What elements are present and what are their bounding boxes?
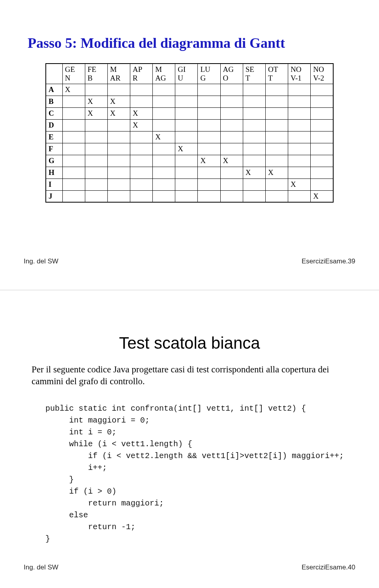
gantt-cell bbox=[85, 190, 107, 202]
gantt-cell bbox=[198, 107, 220, 119]
gantt-cell bbox=[130, 178, 152, 190]
gantt-cell bbox=[198, 178, 220, 190]
gantt-cell bbox=[62, 167, 85, 178]
gantt-cell bbox=[243, 131, 265, 143]
gantt-cell bbox=[107, 84, 130, 96]
gantt-cell bbox=[175, 190, 198, 202]
gantt-cell bbox=[107, 131, 130, 143]
slide-2-footer: Ing. del SW EserciziEsame.40 bbox=[24, 564, 355, 571]
gantt-cell bbox=[62, 107, 85, 119]
gantt-cell bbox=[243, 155, 265, 167]
gantt-cell bbox=[85, 131, 107, 143]
gantt-column-header: FEB bbox=[85, 64, 107, 84]
gantt-cell bbox=[198, 167, 220, 178]
gantt-column-header: LUG bbox=[198, 64, 220, 84]
gantt-cell bbox=[85, 143, 107, 155]
gantt-cell: X bbox=[107, 96, 130, 107]
gantt-cell bbox=[107, 155, 130, 167]
gantt-cell bbox=[265, 96, 288, 107]
table-row: CXXX bbox=[46, 107, 333, 119]
gantt-cell: X bbox=[62, 84, 85, 96]
table-row: BXX bbox=[46, 96, 333, 107]
gantt-cell bbox=[62, 96, 85, 107]
gantt-cell bbox=[288, 107, 311, 119]
gantt-cell bbox=[265, 84, 288, 96]
gantt-cell: X bbox=[220, 155, 243, 167]
gantt-cell bbox=[85, 167, 107, 178]
gantt-cell bbox=[153, 167, 175, 178]
gantt-cell bbox=[130, 84, 152, 96]
gantt-cell bbox=[311, 84, 333, 96]
gantt-row-label: F bbox=[46, 143, 62, 155]
gantt-cell bbox=[265, 107, 288, 119]
gantt-body: AXBXXCXXXDXEXFXGXXHXXIXJX bbox=[46, 84, 333, 202]
gantt-cell: X bbox=[288, 178, 311, 190]
gantt-column-header: SET bbox=[243, 64, 265, 84]
gantt-header-row: GENFEBMARAPRMAGGIULUGAGOSETOTTNOV-1NOV-2 bbox=[46, 64, 333, 84]
gantt-column-header: GIU bbox=[175, 64, 198, 84]
gantt-column-header: GEN bbox=[62, 64, 85, 84]
gantt-row-label: H bbox=[46, 167, 62, 178]
gantt-cell: X bbox=[175, 143, 198, 155]
gantt-cell bbox=[130, 167, 152, 178]
footer-left: Ing. del SW bbox=[24, 257, 58, 265]
gantt-cell bbox=[243, 119, 265, 131]
gantt-cell bbox=[220, 190, 243, 202]
gantt-cell bbox=[175, 107, 198, 119]
gantt-cell bbox=[198, 96, 220, 107]
gantt-cell bbox=[107, 190, 130, 202]
gantt-cell bbox=[288, 131, 311, 143]
gantt-cell bbox=[130, 96, 152, 107]
slide-2-title: Test scatola bianca bbox=[0, 290, 379, 353]
gantt-cell: X bbox=[243, 167, 265, 178]
gantt-cell bbox=[153, 84, 175, 96]
gantt-cell: X bbox=[107, 107, 130, 119]
gantt-cell bbox=[153, 143, 175, 155]
gantt-cell: X bbox=[130, 119, 152, 131]
gantt-cell bbox=[243, 107, 265, 119]
gantt-cell: X bbox=[311, 190, 333, 202]
gantt-cell bbox=[265, 178, 288, 190]
gantt-cell bbox=[175, 178, 198, 190]
gantt-cell bbox=[265, 143, 288, 155]
gantt-row-label: J bbox=[46, 190, 62, 202]
gantt-cell bbox=[288, 119, 311, 131]
gantt-cell bbox=[220, 107, 243, 119]
gantt-corner-cell bbox=[46, 64, 62, 84]
gantt-table-wrapper: GENFEBMARAPRMAGGIULUGAGOSETOTTNOV-1NOV-2… bbox=[45, 63, 334, 203]
gantt-cell bbox=[220, 131, 243, 143]
gantt-column-header: APR bbox=[130, 64, 152, 84]
gantt-cell bbox=[220, 96, 243, 107]
gantt-cell: X bbox=[153, 131, 175, 143]
gantt-cell bbox=[62, 155, 85, 167]
gantt-cell bbox=[153, 119, 175, 131]
gantt-cell bbox=[311, 167, 333, 178]
gantt-cell bbox=[107, 178, 130, 190]
gantt-cell bbox=[62, 143, 85, 155]
gantt-cell bbox=[175, 155, 198, 167]
gantt-cell bbox=[311, 119, 333, 131]
gantt-cell bbox=[62, 178, 85, 190]
gantt-cell bbox=[243, 96, 265, 107]
gantt-cell bbox=[175, 167, 198, 178]
table-row: IX bbox=[46, 178, 333, 190]
gantt-cell bbox=[175, 131, 198, 143]
gantt-cell bbox=[198, 131, 220, 143]
footer-left: Ing. del SW bbox=[24, 564, 58, 571]
gantt-cell bbox=[243, 84, 265, 96]
gantt-column-header: MAR bbox=[107, 64, 130, 84]
gantt-column-header: OTT bbox=[265, 64, 288, 84]
gantt-cell bbox=[107, 143, 130, 155]
gantt-cell bbox=[107, 167, 130, 178]
gantt-cell bbox=[265, 131, 288, 143]
gantt-row-label: I bbox=[46, 178, 62, 190]
footer-right: EserciziEsame.40 bbox=[302, 564, 355, 571]
gantt-column-header: MAG bbox=[153, 64, 175, 84]
gantt-cell bbox=[265, 119, 288, 131]
gantt-cell bbox=[311, 96, 333, 107]
gantt-cell bbox=[265, 190, 288, 202]
gantt-cell bbox=[243, 143, 265, 155]
slide-1-footer: Ing. del SW EserciziEsame.39 bbox=[24, 257, 355, 265]
gantt-cell bbox=[130, 143, 152, 155]
gantt-cell bbox=[311, 143, 333, 155]
